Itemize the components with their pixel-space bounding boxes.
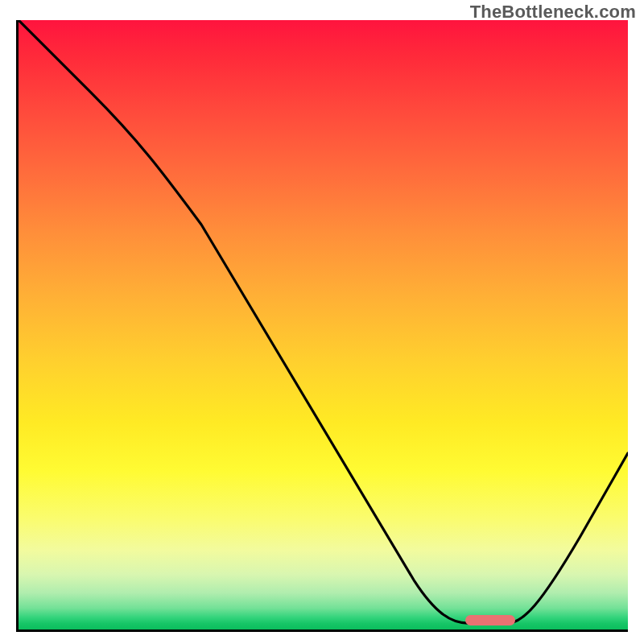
chart-container: TheBottleneck.com (0, 0, 644, 644)
bottleneck-curve-path (19, 20, 628, 623)
optimal-range-marker (465, 615, 515, 625)
curve-svg (19, 20, 628, 630)
plot-area (16, 20, 628, 632)
